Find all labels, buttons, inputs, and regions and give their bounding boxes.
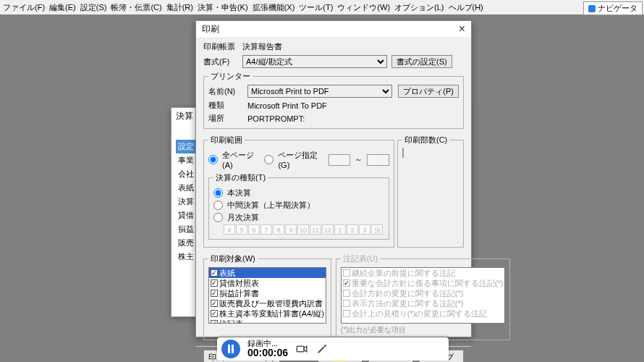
printer-select[interactable]: Microsoft Print to PDF bbox=[247, 85, 392, 98]
kessan-mid-radio[interactable] bbox=[213, 201, 223, 210]
list-item[interactable]: ✓貸借対照表 bbox=[209, 278, 326, 288]
copies-spinner[interactable] bbox=[402, 148, 404, 158]
printer-name-label: 名前(N) bbox=[208, 86, 243, 97]
month-cell[interactable]: 9 bbox=[285, 224, 297, 235]
list-item[interactable]: ✓損益計算書 bbox=[209, 288, 326, 298]
printer-kind-label: 種類 bbox=[208, 100, 243, 111]
list-item[interactable]: ✓注記表 bbox=[209, 319, 326, 324]
month-cell[interactable]: 決 bbox=[371, 224, 383, 235]
menu-closing[interactable]: 決算・申告(K) bbox=[198, 2, 248, 13]
notes-hint: (*)出力が必要な項目 bbox=[341, 325, 506, 335]
menu-option[interactable]: オプション(L) bbox=[394, 2, 444, 13]
notes-legend: 注記表(U) bbox=[341, 253, 380, 264]
range-pages-radio[interactable] bbox=[264, 155, 274, 164]
checkbox-icon[interactable]: ✓ bbox=[211, 300, 218, 307]
checkbox-icon bbox=[343, 300, 350, 307]
printer-legend: プリンター bbox=[208, 71, 253, 82]
printer-loc-value: PORTPROMPT: bbox=[247, 114, 459, 123]
checkbox-icon[interactable]: ✓ bbox=[211, 310, 218, 317]
list-item: ✓重要な会計方針に係る事項に関する注記(*) bbox=[342, 278, 505, 288]
printer-properties-button[interactable]: プロパティ(P) bbox=[398, 85, 459, 98]
kessan-main-radio[interactable] bbox=[213, 188, 223, 198]
print-dialog: 印刷 × 印刷帳票 決算報告書 書式(F) A4/縦/勘定式 書式の設定(S) … bbox=[195, 20, 472, 337]
target-legend: 印刷対象(W) bbox=[208, 253, 258, 264]
menu-file[interactable]: ファイル(F) bbox=[3, 2, 45, 13]
menu-edit[interactable]: 編集(E) bbox=[49, 2, 76, 13]
range-all-label: 全ページ(A) bbox=[222, 150, 260, 169]
kessan-main-label: 本決算 bbox=[227, 188, 251, 198]
form-label: 印刷帳票 bbox=[203, 41, 238, 52]
rec-time: 00:00:06 bbox=[247, 348, 288, 358]
range-legend: 印刷範囲 bbox=[208, 135, 245, 146]
checkbox-icon bbox=[343, 269, 350, 277]
list-item: 継続企業の前提に関する注記 bbox=[342, 268, 505, 278]
checkbox-icon: ✓ bbox=[343, 279, 350, 287]
menu-ext[interactable]: 拡張機能(X) bbox=[253, 2, 295, 13]
kessan-legend: 決算の種類(T) bbox=[213, 172, 268, 183]
list-item: 会計上の見積り(*)の変更に関する注記 bbox=[342, 308, 505, 319]
list-item[interactable]: ✓販売費及び一般管理費内訳書 bbox=[209, 298, 326, 308]
menu-aggregate[interactable]: 集計(R) bbox=[166, 2, 193, 13]
checkbox-icon[interactable]: ✓ bbox=[211, 279, 218, 287]
month-cell[interactable]: 7 bbox=[260, 224, 272, 235]
month-cell[interactable]: 6 bbox=[248, 224, 260, 235]
month-selector: 456789101112123決 bbox=[224, 224, 384, 235]
month-cell[interactable]: 4 bbox=[224, 224, 235, 235]
style-settings-button[interactable]: 書式の設定(S) bbox=[391, 55, 452, 68]
svg-point-1 bbox=[324, 345, 326, 347]
svg-rect-0 bbox=[297, 346, 304, 352]
list-item[interactable]: ✓株主資本等変動計算書(A4/縦) bbox=[209, 308, 326, 319]
month-cell[interactable]: 2 bbox=[347, 224, 358, 235]
checkbox-icon bbox=[343, 310, 350, 317]
kessan-month-radio[interactable] bbox=[213, 213, 223, 222]
month-cell[interactable]: 12 bbox=[322, 224, 334, 235]
month-cell[interactable]: 8 bbox=[273, 224, 284, 235]
print-target-group: 印刷対象(W) ✓表紙 ✓貸借対照表 ✓損益計算書 ✓販売費及び一般管理費内訳書… bbox=[203, 253, 331, 340]
printer-group: プリンター 名前(N) Microsoft Print to PDF プロパティ… bbox=[203, 71, 464, 129]
page-to[interactable] bbox=[367, 154, 389, 166]
range-pages-label: ページ指定(G) bbox=[278, 150, 323, 169]
checkbox-icon bbox=[343, 290, 350, 297]
copies-group: 印刷部数(C) bbox=[397, 135, 464, 248]
printer-kind-value: Microsoft Print To PDF bbox=[247, 101, 459, 110]
dialog-title: 印刷 bbox=[202, 23, 219, 35]
month-cell[interactable]: 3 bbox=[359, 224, 370, 235]
menu-help[interactable]: ヘルプ(H) bbox=[449, 2, 483, 13]
list-item[interactable]: ✓表紙 bbox=[209, 268, 326, 278]
bg-title: 決算 bbox=[176, 110, 193, 122]
close-icon[interactable]: × bbox=[459, 22, 465, 35]
month-cell[interactable]: 11 bbox=[310, 224, 321, 235]
menu-window[interactable]: ウィンドウ(W) bbox=[337, 2, 390, 13]
camera-icon[interactable] bbox=[295, 342, 308, 355]
range-group: 印刷範囲 全ページ(A) ページ指定(G) ～ 決算の種類(T) 本決算 中間決… bbox=[203, 135, 394, 248]
menu-settings[interactable]: 設定(S) bbox=[80, 2, 107, 13]
month-cell[interactable]: 1 bbox=[334, 224, 346, 235]
navigator-button[interactable]: ナビゲータ bbox=[583, 1, 643, 15]
menu-tools[interactable]: ツール(T) bbox=[299, 2, 333, 13]
style-label: 書式(F) bbox=[203, 56, 238, 67]
menu-bar: ファイル(F) 編集(E) 設定(S) 帳簿・伝票(C) 集計(R) 決算・申告… bbox=[0, 0, 644, 14]
kessan-mid-label: 中間決算（上半期決算） bbox=[227, 200, 315, 211]
form-value: 決算報告書 bbox=[242, 41, 464, 52]
page-from[interactable] bbox=[329, 154, 351, 166]
printer-loc-label: 場所 bbox=[208, 113, 243, 124]
month-cell[interactable]: 5 bbox=[236, 224, 247, 235]
copies-legend: 印刷部数(C) bbox=[402, 135, 449, 146]
list-item: 会計方針の変更に関する注記(*) bbox=[342, 288, 505, 298]
kessan-group: 決算の種類(T) 本決算 中間決算（上半期決算） 月次決算 4567891011… bbox=[208, 172, 389, 240]
checkbox-icon[interactable]: ✓ bbox=[211, 269, 218, 277]
kessan-month-label: 月次決算 bbox=[227, 212, 259, 223]
target-list[interactable]: ✓表紙 ✓貸借対照表 ✓損益計算書 ✓販売費及び一般管理費内訳書 ✓株主資本等変… bbox=[208, 267, 326, 324]
list-item: 表示方法の変更に関する注記(*) bbox=[342, 298, 505, 308]
checkbox-icon[interactable]: ✓ bbox=[211, 320, 218, 324]
menu-ledger[interactable]: 帳簿・伝票(C) bbox=[111, 2, 161, 13]
recording-bar: 録画中... 00:00:06 bbox=[217, 337, 449, 361]
pause-button[interactable] bbox=[221, 340, 240, 358]
pen-icon[interactable] bbox=[315, 342, 329, 355]
range-all-radio[interactable] bbox=[208, 155, 218, 164]
style-select[interactable]: A4/縦/勘定式 bbox=[242, 55, 387, 68]
notes-list: 継続企業の前提に関する注記 ✓重要な会計方針に係る事項に関する注記(*) 会計方… bbox=[341, 267, 506, 324]
notes-group: 注記表(U) 継続企業の前提に関する注記 ✓重要な会計方針に係る事項に関する注記… bbox=[336, 253, 511, 340]
checkbox-icon[interactable]: ✓ bbox=[211, 290, 218, 297]
month-cell[interactable]: 10 bbox=[297, 224, 309, 235]
